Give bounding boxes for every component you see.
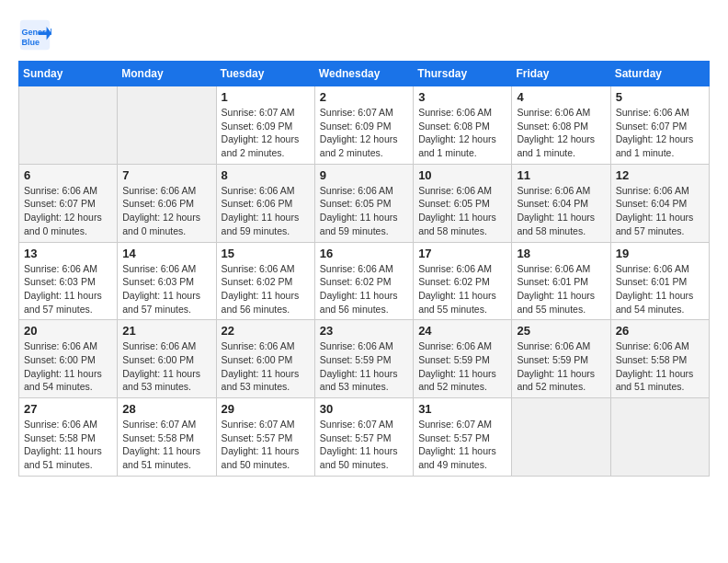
calendar-cell: 14Sunrise: 6:06 AMSunset: 6:03 PMDayligh… xyxy=(118,242,216,320)
calendar-week-5: 27Sunrise: 6:06 AMSunset: 5:58 PMDayligh… xyxy=(19,398,710,477)
calendar-cell xyxy=(19,86,118,165)
calendar-week-4: 20Sunrise: 6:06 AMSunset: 6:00 PMDayligh… xyxy=(19,320,710,398)
day-number: 3 xyxy=(418,90,506,104)
calendar-cell: 19Sunrise: 6:06 AMSunset: 6:01 PMDayligh… xyxy=(610,242,709,320)
day-number: 27 xyxy=(24,402,112,416)
calendar-cell: 16Sunrise: 6:06 AMSunset: 6:02 PMDayligh… xyxy=(314,242,413,320)
header-sunday: Sunday xyxy=(19,62,118,86)
calendar-cell: 12Sunrise: 6:06 AMSunset: 6:04 PMDayligh… xyxy=(610,164,709,242)
day-number: 8 xyxy=(222,168,310,182)
day-detail: Sunrise: 6:06 AMSunset: 6:01 PMDaylight:… xyxy=(616,262,704,316)
day-detail: Sunrise: 6:06 AMSunset: 6:03 PMDaylight:… xyxy=(24,262,112,316)
day-number: 23 xyxy=(320,324,408,338)
day-detail: Sunrise: 6:06 AMSunset: 6:04 PMDaylight:… xyxy=(517,184,605,238)
logo-icon: General Blue xyxy=(18,18,51,52)
day-number: 4 xyxy=(517,90,605,104)
page-header: General Blue xyxy=(18,18,710,52)
calendar-cell xyxy=(610,398,709,477)
header-thursday: Thursday xyxy=(414,62,512,86)
calendar-cell: 20Sunrise: 6:06 AMSunset: 6:00 PMDayligh… xyxy=(19,320,118,398)
calendar-cell: 15Sunrise: 6:06 AMSunset: 6:02 PMDayligh… xyxy=(216,242,314,320)
day-detail: Sunrise: 6:07 AMSunset: 6:09 PMDaylight:… xyxy=(320,106,408,160)
day-number: 16 xyxy=(320,247,408,260)
day-detail: Sunrise: 6:06 AMSunset: 6:03 PMDaylight:… xyxy=(122,262,210,316)
calendar-cell: 10Sunrise: 6:06 AMSunset: 6:05 PMDayligh… xyxy=(414,164,512,242)
day-number: 7 xyxy=(122,168,210,182)
calendar-cell: 21Sunrise: 6:06 AMSunset: 6:00 PMDayligh… xyxy=(118,320,216,398)
calendar-cell: 3Sunrise: 6:06 AMSunset: 6:08 PMDaylight… xyxy=(414,86,512,165)
day-detail: Sunrise: 6:07 AMSunset: 5:57 PMDaylight:… xyxy=(320,418,408,472)
day-detail: Sunrise: 6:06 AMSunset: 5:58 PMDaylight:… xyxy=(24,418,112,472)
day-number: 17 xyxy=(418,247,506,260)
calendar-cell: 30Sunrise: 6:07 AMSunset: 5:57 PMDayligh… xyxy=(314,398,413,477)
day-detail: Sunrise: 6:06 AMSunset: 6:06 PMDaylight:… xyxy=(222,184,310,238)
day-number: 11 xyxy=(517,168,605,182)
day-number: 18 xyxy=(517,247,605,260)
day-number: 30 xyxy=(320,402,408,416)
calendar-cell: 29Sunrise: 6:07 AMSunset: 5:57 PMDayligh… xyxy=(216,398,314,477)
day-number: 31 xyxy=(418,402,506,416)
day-number: 9 xyxy=(320,168,408,182)
calendar-cell: 23Sunrise: 6:06 AMSunset: 5:59 PMDayligh… xyxy=(314,320,413,398)
svg-text:Blue: Blue xyxy=(22,38,40,47)
calendar-cell: 25Sunrise: 6:06 AMSunset: 5:59 PMDayligh… xyxy=(512,320,610,398)
calendar-cell xyxy=(512,398,610,477)
calendar-cell: 7Sunrise: 6:06 AMSunset: 6:06 PMDaylight… xyxy=(118,164,216,242)
day-detail: Sunrise: 6:07 AMSunset: 5:58 PMDaylight:… xyxy=(122,418,210,472)
calendar-cell: 5Sunrise: 6:06 AMSunset: 6:07 PMDaylight… xyxy=(610,86,709,165)
day-detail: Sunrise: 6:07 AMSunset: 6:09 PMDaylight:… xyxy=(222,106,310,160)
day-number: 13 xyxy=(24,247,112,260)
calendar-cell: 11Sunrise: 6:06 AMSunset: 6:04 PMDayligh… xyxy=(512,164,610,242)
day-detail: Sunrise: 6:06 AMSunset: 5:59 PMDaylight:… xyxy=(418,339,506,394)
header-friday: Friday xyxy=(512,62,610,86)
day-detail: Sunrise: 6:06 AMSunset: 6:00 PMDaylight:… xyxy=(122,339,210,394)
calendar-cell: 13Sunrise: 6:06 AMSunset: 6:03 PMDayligh… xyxy=(19,242,118,320)
calendar-cell: 2Sunrise: 6:07 AMSunset: 6:09 PMDaylight… xyxy=(314,86,413,165)
day-number: 10 xyxy=(418,168,506,182)
header-tuesday: Tuesday xyxy=(216,62,314,86)
calendar-cell: 31Sunrise: 6:07 AMSunset: 5:57 PMDayligh… xyxy=(414,398,512,477)
day-detail: Sunrise: 6:07 AMSunset: 5:57 PMDaylight:… xyxy=(418,418,506,472)
calendar-week-2: 6Sunrise: 6:06 AMSunset: 6:07 PMDaylight… xyxy=(19,164,710,242)
calendar-body: 1Sunrise: 6:07 AMSunset: 6:09 PMDaylight… xyxy=(19,86,710,477)
calendar-cell: 28Sunrise: 6:07 AMSunset: 5:58 PMDayligh… xyxy=(118,398,216,477)
header-monday: Monday xyxy=(118,62,216,86)
calendar-week-1: 1Sunrise: 6:07 AMSunset: 6:09 PMDaylight… xyxy=(19,86,710,165)
day-number: 26 xyxy=(616,324,704,338)
day-detail: Sunrise: 6:06 AMSunset: 6:04 PMDaylight:… xyxy=(616,184,704,238)
calendar-cell: 1Sunrise: 6:07 AMSunset: 6:09 PMDaylight… xyxy=(216,86,314,165)
calendar-cell: 9Sunrise: 6:06 AMSunset: 6:05 PMDaylight… xyxy=(314,164,413,242)
day-detail: Sunrise: 6:06 AMSunset: 6:01 PMDaylight:… xyxy=(517,262,605,316)
day-number: 12 xyxy=(616,168,704,182)
calendar-cell: 27Sunrise: 6:06 AMSunset: 5:58 PMDayligh… xyxy=(19,398,118,477)
day-detail: Sunrise: 6:06 AMSunset: 6:08 PMDaylight:… xyxy=(418,106,506,160)
day-number: 22 xyxy=(222,324,310,338)
day-detail: Sunrise: 6:06 AMSunset: 6:02 PMDaylight:… xyxy=(320,262,408,316)
day-number: 6 xyxy=(24,168,112,182)
day-number: 28 xyxy=(122,402,210,416)
day-number: 5 xyxy=(616,90,704,104)
day-detail: Sunrise: 6:06 AMSunset: 6:08 PMDaylight:… xyxy=(517,106,605,160)
calendar-cell: 17Sunrise: 6:06 AMSunset: 6:02 PMDayligh… xyxy=(414,242,512,320)
day-detail: Sunrise: 6:06 AMSunset: 5:59 PMDaylight:… xyxy=(320,339,408,394)
day-detail: Sunrise: 6:06 AMSunset: 6:00 PMDaylight:… xyxy=(24,339,112,394)
calendar-cell: 4Sunrise: 6:06 AMSunset: 6:08 PMDaylight… xyxy=(512,86,610,165)
day-number: 15 xyxy=(222,247,310,260)
calendar-cell xyxy=(118,86,216,165)
day-number: 1 xyxy=(222,90,310,104)
calendar-cell: 6Sunrise: 6:06 AMSunset: 6:07 PMDaylight… xyxy=(19,164,118,242)
day-detail: Sunrise: 6:06 AMSunset: 6:06 PMDaylight:… xyxy=(122,184,210,238)
day-detail: Sunrise: 6:07 AMSunset: 5:57 PMDaylight:… xyxy=(222,418,310,472)
day-detail: Sunrise: 6:06 AMSunset: 6:00 PMDaylight:… xyxy=(222,339,310,394)
header-row: SundayMondayTuesdayWednesdayThursdayFrid… xyxy=(19,62,710,86)
calendar-week-3: 13Sunrise: 6:06 AMSunset: 6:03 PMDayligh… xyxy=(19,242,710,320)
day-detail: Sunrise: 6:06 AMSunset: 5:59 PMDaylight:… xyxy=(517,339,605,394)
calendar-cell: 24Sunrise: 6:06 AMSunset: 5:59 PMDayligh… xyxy=(414,320,512,398)
day-number: 2 xyxy=(320,90,408,104)
calendar-cell: 8Sunrise: 6:06 AMSunset: 6:06 PMDaylight… xyxy=(216,164,314,242)
day-detail: Sunrise: 6:06 AMSunset: 6:07 PMDaylight:… xyxy=(24,184,112,238)
logo: General Blue xyxy=(18,18,57,52)
day-detail: Sunrise: 6:06 AMSunset: 6:02 PMDaylight:… xyxy=(418,262,506,316)
calendar-header: SundayMondayTuesdayWednesdayThursdayFrid… xyxy=(19,62,710,86)
calendar-cell: 22Sunrise: 6:06 AMSunset: 6:00 PMDayligh… xyxy=(216,320,314,398)
